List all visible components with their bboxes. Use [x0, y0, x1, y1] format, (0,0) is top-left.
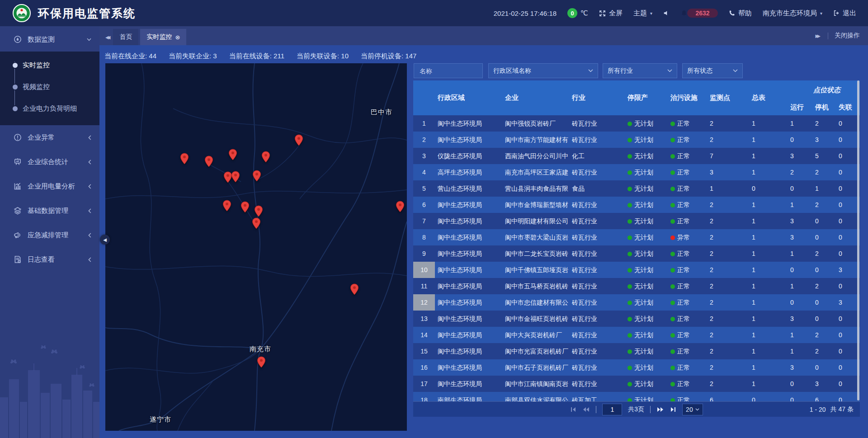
table-row[interactable]: 13阆中生态环境局阆中市金福旺页岩机砖砖瓦行业无计划正常21300	[413, 311, 860, 327]
cell-stop: 无计划	[625, 311, 668, 327]
close-operations-button[interactable]: 关闭操作	[835, 32, 860, 40]
cell-company: 阆中市五马桥页岩机砖	[502, 278, 569, 294]
cell-stopped: 3	[812, 132, 836, 148]
map-marker-icon[interactable]	[261, 151, 270, 163]
sidebar-group-1[interactable]: 数据监测	[0, 27, 99, 52]
tab-1[interactable]: 首页	[113, 29, 138, 45]
sidebar-item-3[interactable]: 企业电力负荷明细	[0, 101, 99, 116]
map-marker-icon[interactable]	[231, 171, 240, 183]
table-row[interactable]: 6阆中生态环境局阆中市金博瑞新型墙材砖瓦行业无计划正常21120	[413, 197, 860, 213]
industry-filter-select[interactable]: 所有行业	[603, 63, 677, 78]
sound-button[interactable]	[663, 10, 670, 16]
cell-stop: 无计划	[625, 376, 668, 392]
help-button[interactable]: 帮助	[729, 9, 752, 18]
status-filter-select[interactable]: 所有状态	[682, 63, 743, 78]
logout-icon	[833, 10, 840, 16]
table-row[interactable]: 2阆中生态环境局阆中市南方节能建材有砖瓦行业无计划正常21030	[413, 132, 860, 148]
table-header: 行政区域 企业 行业 停限产 治污设施 监测点 总表 点位状态 运行 停机 失联	[413, 80, 860, 115]
map-marker-icon[interactable]	[254, 205, 263, 217]
name-filter[interactable]	[414, 63, 483, 78]
table-row[interactable]: 10阆中生态环境局阆中千佛镇五郎垭页岩砖瓦行业无计划正常21003	[413, 262, 860, 278]
cell-no: 8	[413, 229, 435, 245]
table-row[interactable]: 17阆中生态环境局阆中市江南镇阆南页岩砖瓦行业无计划正常21030	[413, 376, 860, 392]
cell-company: 西南油气田分公司川中	[502, 148, 569, 164]
tabs-scroll-right-icon[interactable]: ▶▶	[816, 33, 821, 38]
map-marker-icon[interactable]	[180, 153, 189, 165]
map-marker-icon[interactable]	[241, 201, 250, 213]
table-row[interactable]: 12阆中生态环境局阆中市忠信建材有限公砖瓦行业无计划正常21003	[413, 294, 860, 311]
tab-2[interactable]: 实时监控⊗	[140, 29, 186, 45]
cell-facility: 正常	[668, 164, 707, 180]
sidebar-group-5[interactable]: 基础数据管理	[0, 198, 99, 223]
table-row[interactable]: 5营山生态环境局营山县润丰肉食品有限食品无计划正常10010	[413, 180, 860, 197]
map-marker-icon[interactable]	[222, 200, 231, 212]
map-marker-icon[interactable]	[350, 283, 359, 295]
sidebar-item-1[interactable]: 实时监控	[0, 58, 99, 72]
table-row[interactable]: 8阆中生态环境局阆中市枣碧大梁山页岩砖瓦行业无计划异常21300	[413, 229, 860, 245]
cell-offline: 0	[836, 115, 860, 132]
cell-facility: 正常	[668, 343, 707, 359]
table-row[interactable]: 15阆中生态环境局阆中市光富页岩机砖厂砖瓦行业无计划正常21120	[413, 343, 860, 359]
tabs-scroll-left-icon[interactable]: ◀◀	[99, 35, 113, 45]
cell-run: 1	[788, 327, 812, 343]
cell-region: 阆中生态环境局	[435, 229, 502, 245]
temperature-badge: 0	[567, 8, 577, 18]
table-row[interactable]: 7阆中生态环境局阆中明阳建材有限公司砖瓦行业无计划正常21300	[413, 213, 860, 229]
table-row[interactable]: 16阆中生态环境局阆中市石子页岩机砖厂砖瓦行业无计划正常21300	[413, 359, 860, 376]
cell-stop: 无计划	[625, 132, 668, 148]
table-row[interactable]: 9阆中生态环境局阆中市二龙长宝页岩砖砖瓦行业无计划正常21120	[413, 245, 860, 262]
cell-stop: 无计划	[625, 213, 668, 229]
map-marker-icon[interactable]	[204, 155, 213, 167]
sidebar-group-label: 企业异常	[28, 133, 55, 142]
layers-icon	[14, 207, 22, 215]
previous-page-button[interactable]	[582, 407, 590, 412]
col-header-stop: 停限产	[627, 80, 648, 115]
table-row[interactable]: 14阆中生态环境局阆中大兴页岩机砖厂砖瓦行业无计划正常21120	[413, 327, 860, 343]
close-icon[interactable]: ⊗	[175, 34, 180, 41]
theme-menu[interactable]: 主题 ▾	[633, 9, 652, 18]
table-row[interactable]: 3仪陇生态环境局西南油气田分公司川中化工无计划正常71350	[413, 148, 860, 164]
region-filter-select[interactable]: 行政区域名称	[488, 63, 598, 78]
sidebar-item-2[interactable]: 视频监控	[0, 80, 99, 94]
cell-company: 营山县润丰肉食品有限	[502, 180, 569, 197]
map-marker-icon[interactable]	[252, 217, 261, 229]
last-page-button[interactable]	[670, 407, 676, 412]
first-page-button[interactable]	[570, 407, 576, 412]
total-pages-label: 共3页	[628, 405, 644, 414]
sidebar-group-4[interactable]: 企业用电量分析	[0, 174, 99, 198]
cell-industry: 砖瓦行业	[569, 343, 625, 359]
sidebar-group-2[interactable]: 企业异常	[0, 125, 99, 150]
notifications[interactable]: 2632	[680, 9, 718, 18]
vertical-scrollbar[interactable]	[857, 80, 859, 400]
cell-stopped: 0	[812, 213, 836, 229]
logout-button[interactable]: 退出	[833, 9, 856, 18]
status-dot-icon	[670, 284, 675, 289]
table-row[interactable]: 4高坪生态环境局南充市高坪区王家店建砖瓦行业无计划正常31220	[413, 164, 860, 180]
page-size-select[interactable]: 20	[682, 404, 703, 415]
sidebar-collapse-button[interactable]: ◀	[100, 235, 110, 245]
sidebar-group-7[interactable]: 日志查看	[0, 247, 99, 272]
next-page-button[interactable]	[656, 407, 664, 412]
map-marker-icon[interactable]	[252, 170, 261, 182]
range-info: 1 - 20 共 47 条	[810, 402, 854, 417]
map-marker-icon[interactable]	[396, 201, 405, 212]
map-marker-icon[interactable]	[228, 149, 237, 160]
table-row[interactable]: 11阆中生态环境局阆中市五马桥页岩机砖砖瓦行业无计划正常21120	[413, 278, 860, 294]
fullscreen-button[interactable]: 全屏	[599, 9, 623, 18]
map-panel[interactable]: 巴中市南充市遂宁市	[105, 63, 407, 431]
page-number-input[interactable]	[602, 404, 622, 415]
stat-item-2: 当前失联企业: 3	[169, 52, 217, 61]
sidebar-group-6[interactable]: 应急减排管理	[0, 223, 99, 247]
sidebar-group-3[interactable]: 企业综合统计	[0, 150, 99, 174]
user-org: 南充市生态环境局	[763, 9, 817, 18]
range-label: 1 - 20	[810, 406, 826, 413]
cell-company: 阆中强锐页岩砖厂	[502, 115, 569, 132]
name-filter-input[interactable]	[419, 67, 478, 75]
map-marker-icon[interactable]	[294, 134, 303, 146]
top-header: 环保用电监管系统 2021-02-25 17:46:18 0 ℃ 全屏 主题 ▾	[0, 0, 868, 26]
table-row[interactable]: 1阆中生态环境局阆中强锐页岩砖厂砖瓦行业无计划正常21120	[413, 115, 860, 132]
skyline-decoration	[0, 343, 99, 438]
map-marker-icon[interactable]	[257, 356, 266, 368]
chevron-down-icon	[87, 38, 91, 41]
user-menu[interactable]: 南充市生态环境局 ▾	[763, 9, 822, 18]
